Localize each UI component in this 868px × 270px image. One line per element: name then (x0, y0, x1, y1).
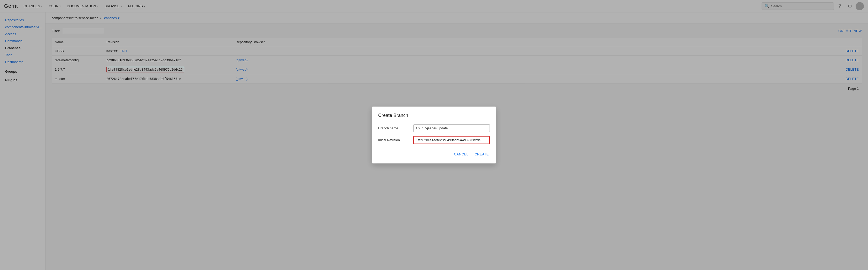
branch-name-input[interactable] (413, 125, 490, 132)
dialog-overlay: Create Branch Branch name Initial Revisi… (0, 0, 868, 270)
cancel-button[interactable]: CANCEL (453, 150, 469, 158)
branch-name-label: Branch name (378, 126, 409, 130)
dialog-actions: CANCEL CREATE (378, 150, 490, 158)
branch-name-field: Branch name (378, 125, 490, 132)
create-button[interactable]: CREATE (473, 150, 490, 158)
initial-revision-input[interactable] (413, 136, 490, 144)
initial-revision-field: Initial Revision (378, 136, 490, 144)
initial-revision-label: Initial Revision (378, 138, 409, 142)
dialog-title: Create Branch (378, 113, 490, 118)
create-branch-dialog: Create Branch Branch name Initial Revisi… (372, 107, 496, 163)
